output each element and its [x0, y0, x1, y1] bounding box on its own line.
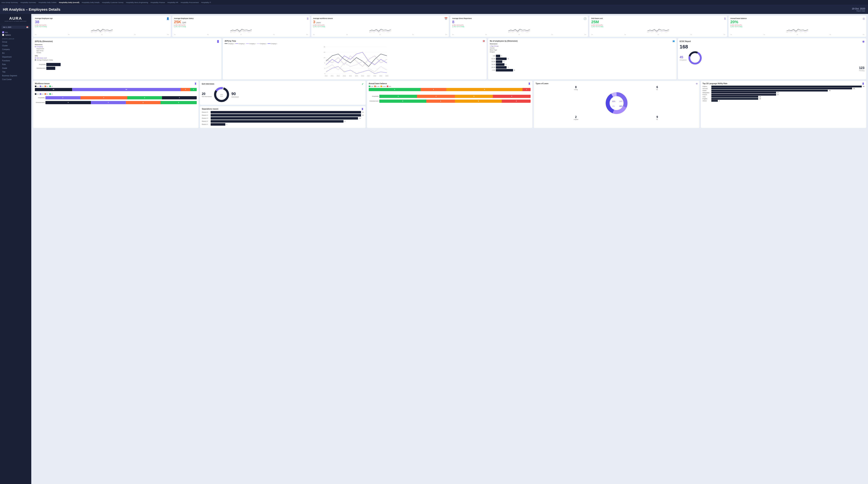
tenure-legend: 0-2 2-5 5-8 >8 — [35, 86, 197, 87]
report-date: 19 Oct. 2020 Report Date — [852, 7, 865, 12]
kpi-icon: $ — [724, 17, 726, 20]
svg-text:82%: 82% — [220, 96, 223, 97]
sidebar-item-business-segment[interactable]: Business Segment — [0, 74, 31, 77]
charts-row: (KPI) By (Dimension) ▐▌ Dimensions Compa… — [33, 38, 866, 79]
kpi-icon: ◎ — [863, 17, 865, 20]
header-bar: HR Analytics – Employees Details 19 Oct.… — [0, 5, 868, 14]
sidebar-item-cluster[interactable]: Cluster — [0, 44, 31, 47]
tenure-overall-bar: 20 59 5 3 — [35, 88, 197, 91]
kpi-icon: $ — [307, 17, 308, 20]
kpi-label: Average Employee Age — [35, 18, 169, 20]
lang-bar-row: French27 — [703, 94, 864, 96]
checkbox-all[interactable]: ALL — [2, 31, 29, 34]
ecsc-card: ECSC Report ◉ 168 45 Completed — [678, 38, 866, 79]
interviewed-num: 90 — [231, 92, 239, 96]
nav-item-hospitality-procurement[interactable]: Hospitality Procurement — [181, 1, 199, 3]
sep-bar-row: Reason 511 — [202, 111, 364, 114]
nav-item-hospitality-it[interactable]: Hospitality IT — [201, 1, 211, 3]
kpi-card-1: Average Employee Salary $ 25K QAR ● (+50… — [172, 16, 310, 37]
kpi-label: Average workforce tenure — [313, 18, 447, 20]
separations-card: Separations reason ▐▌ Reason 511Reason 4… — [200, 106, 365, 128]
nav-item-hospitality-finance[interactable]: Hospitality Finance — [151, 1, 165, 3]
svg-text:20: 20 — [324, 52, 325, 53]
kpi-value: 25M — [591, 20, 725, 24]
lang-bar-row: Filipino68 — [703, 86, 864, 87]
tenure-entertainment-row: Entertainment 4 2 2 2 — [35, 100, 197, 105]
filter-checkboxes: ALL Option1 — [0, 30, 31, 37]
svg-text:18%: 18% — [220, 94, 223, 95]
svg-text:3: 3 — [324, 73, 325, 74]
kpi-card-0: Average Employee Age 👤 38 ● (+50, +5,6 %… — [33, 16, 171, 37]
kpi-label: Average Employee Salary — [174, 18, 308, 20]
ecsc-pending-label: Pending — [680, 70, 864, 71]
nav-item-hospitality-customer-survey[interactable]: Hospitality Customer Survey — [102, 1, 124, 3]
kpi-label: Average Direct Reportees — [452, 18, 586, 20]
nav-item-hospitality-daily-outlets[interactable]: Hospitality Daily Outlets — [39, 1, 57, 3]
sidebar-item-group[interactable]: Group — [0, 40, 31, 44]
svg-text:5: 5 — [324, 62, 325, 64]
ecsc-total: 168 — [680, 44, 864, 50]
sidebar-item-bu[interactable]: BU — [0, 51, 31, 55]
al-num: 6 AL — [617, 86, 698, 91]
kpi-dim-bars: HospitalityEntertainment — [35, 63, 220, 70]
exit-interviews-card: Exit interviews ✓ 20 Not Interviewed — [200, 81, 365, 105]
lang-bars: Filipino68German59Arabic49Malayalam27Fre… — [703, 86, 864, 102]
kpi-value: 20% — [730, 20, 864, 24]
sl-num: 9 SL — [617, 116, 698, 120]
kpi-card-3: Average Direct Reportees 🕐 8 ● (+50, +5,… — [450, 16, 588, 37]
date-filter[interactable]: Jan 1, 2020 📅 — [1, 26, 30, 29]
kpi-item: Sick leave cost — [35, 57, 220, 59]
sidebar-item-company[interactable]: Company — [0, 47, 31, 51]
sidebar-item-grade[interactable]: Grade — [0, 66, 31, 70]
nav-item-hospitality-daily-details[interactable]: Hospitality Daily Details — [82, 1, 99, 3]
svg-text:3: 3 — [324, 68, 325, 69]
emp-dim-bars: >60251-60541-50331-40426-305<=258 — [490, 55, 675, 71]
lang-bar-row: German59 — [703, 88, 864, 89]
checkbox-option1[interactable]: Option1 — [2, 34, 29, 36]
emp-dim-bar-row: 31-404 — [490, 63, 675, 66]
main-content: Average Employee Age 👤 38 ● (+50, +5,6 %… — [31, 14, 868, 484]
leave-title: Types of Leave — [535, 83, 549, 85]
annual-icon: ▐▌ — [528, 83, 531, 85]
nav-item-hospitality-hr[interactable]: Hospitality HR — [167, 1, 178, 3]
nav-item-hospitality-daily-(overall)[interactable]: Hospitality Daily (overall) — [59, 1, 80, 3]
sidebar-item-functions[interactable]: Functions — [0, 59, 31, 63]
not-interviewed-num: 20 — [202, 92, 212, 96]
people-icon: 👥 — [673, 40, 675, 42]
kpi-label: Annual leave balance — [730, 18, 864, 20]
svg-text:36%: 36% — [619, 105, 622, 107]
annual-hospitality-row: Hospitality 4 4 4 4 — [369, 94, 531, 98]
kpi-time-title: (KPI) by Time — [225, 40, 236, 42]
nav-item-aura-group-summary[interactable]: Aura Group Summary — [1, 1, 18, 3]
kpi-card-5: Annual leave balance ◎ 20% ● (+50, +5,6 … — [728, 16, 866, 37]
workforce-title: Workforce tenure — [35, 83, 50, 85]
sidebar-item-role[interactable]: Role — [0, 63, 31, 66]
annual-title: Annual leave balance — [369, 83, 387, 85]
svg-text:8%: 8% — [613, 105, 615, 107]
svg-text:2014: 2014 — [349, 75, 352, 76]
time-legend: Company 1Company 1Company 1Company 1Comp… — [225, 43, 485, 44]
time-legend-item: Company 1 — [268, 43, 277, 44]
types-of-leave-card: Types of Leave ◎ 8 Comp 6 AL — [534, 81, 699, 128]
svg-text:2020: 2020 — [385, 75, 389, 76]
calendar-icon: 📅 — [26, 26, 28, 28]
ecsc-completed-num: 45 — [680, 56, 687, 59]
nav-item-hospitality-menu-engineering[interactable]: Hospitality Menu Engineering — [126, 1, 148, 3]
kpi-dim-bar-row: Entertainment — [35, 67, 220, 70]
kpi-value: 38 — [35, 20, 169, 24]
kpi-by-dimension-card: (KPI) By (Dimension) ▐▌ Dimensions Compa… — [33, 38, 221, 79]
ecsc-completed-label: Completed — [680, 59, 687, 61]
sep-bar-row: Reason 411 — [202, 114, 364, 117]
annual-entertainment-row: Entertainment 5 3 5 3 — [369, 99, 531, 103]
sidebar: AURA HOSPITALITY & FOOD SERVICES Jan 1, … — [0, 14, 31, 484]
sidebar-item-department[interactable]: Department — [0, 55, 31, 59]
sidebar-item-cost-center[interactable]: Cost Center — [0, 77, 31, 81]
not-interviewed-label: Not Interviewed — [202, 96, 212, 97]
unpaid-num: 2 Unpaid — [535, 116, 616, 120]
svg-text:2011: 2011 — [331, 75, 334, 76]
lang-bar-row: English20 — [703, 98, 864, 100]
sep-bar-row: Reason 11 — [202, 123, 364, 126]
sidebar-item-title[interactable]: Title — [0, 70, 31, 74]
nav-item-hospitality-summary[interactable]: Hospitality Summary — [20, 1, 36, 3]
sparkline — [313, 27, 447, 34]
